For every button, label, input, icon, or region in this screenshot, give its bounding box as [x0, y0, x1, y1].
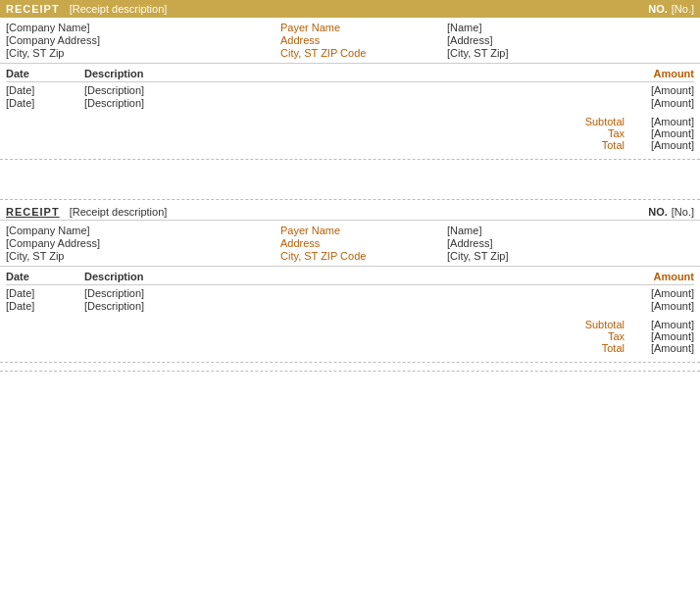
- receipt-1-header-amount: Amount: [625, 68, 694, 79]
- receipt-2-item1-desc: [Description]: [84, 287, 625, 299]
- receipt-2: RECEIPT [Receipt description] NO. [No.] …: [0, 199, 700, 363]
- receipt-2-item2-date: [Date]: [6, 300, 84, 312]
- receipt-2-header-amount: Amount: [625, 271, 694, 282]
- receipt-1-company-name: [Company Name]: [6, 22, 280, 33]
- receipt-2-no-label: NO.: [648, 206, 668, 218]
- receipt-2-header: RECEIPT [Receipt description] NO. [No.]: [0, 200, 700, 221]
- receipt-2-company-city: [City, ST Zip: [6, 250, 280, 262]
- receipt-1-header: RECEIPT [Receipt description] NO. [No.]: [0, 0, 700, 18]
- receipt-2-header-date: Date: [6, 271, 84, 282]
- receipt-1-company-payer-row: [Company Name] [Company Address] [City, …: [0, 18, 700, 64]
- receipt-2-company-address: [Company Address]: [6, 237, 280, 249]
- receipt-2-payer-address: Address: [280, 237, 447, 249]
- receipt-1-tax-value: [Amount]: [630, 127, 694, 139]
- receipt-2-item2-amount: [Amount]: [625, 300, 694, 312]
- receipt-1-recipient-name: [Name]: [447, 22, 694, 33]
- receipt-1-item1-amount: [Amount]: [625, 84, 694, 96]
- receipt-1-subtotal-label: Subtotal: [571, 116, 625, 127]
- receipt-1-company-address: [Company Address]: [6, 34, 280, 46]
- table-row: [Date] [Description] [Amount]: [6, 300, 694, 312]
- receipt-2-items-section: Date Description Amount [Date] [Descript…: [0, 267, 700, 317]
- receipt-1-title: RECEIPT: [6, 3, 60, 15]
- receipt-2-header-desc: Description: [84, 271, 625, 282]
- receipt-1-payer-name: Payer Name: [280, 22, 447, 33]
- receipt-1-item1-desc: [Description]: [84, 84, 625, 96]
- receipt-2-no-value: [No.]: [672, 206, 694, 218]
- receipt-1-items-section: Date Description Amount [Date] [Descript…: [0, 64, 700, 114]
- receipt-2-subtotal-row: Subtotal [Amount]: [571, 319, 694, 330]
- receipt-1-no-label: NO.: [648, 3, 668, 15]
- receipt-2-header-left: RECEIPT [Receipt description]: [6, 206, 167, 218]
- receipt-1-subtotal-value: [Amount]: [630, 116, 694, 127]
- receipt-2-item2-desc: [Description]: [84, 300, 625, 312]
- receipt-2-subtotal-value: [Amount]: [630, 319, 694, 330]
- receipt-1-recipient-address: [Address]: [447, 34, 694, 46]
- receipt-2-item1-date: [Date]: [6, 287, 84, 299]
- receipt-1-total-label: Total: [571, 139, 625, 151]
- bottom-divider: [0, 371, 700, 372]
- table-row: [Date] [Description] [Amount]: [6, 84, 694, 96]
- receipt-2-title: RECEIPT: [6, 206, 60, 218]
- receipt-1-item2-desc: [Description]: [84, 97, 625, 109]
- receipt-2-total-label: Total: [571, 342, 625, 354]
- receipt-2-recipient-city: [City, ST Zip]: [447, 250, 694, 262]
- receipt-1-no-section: NO. [No.]: [648, 3, 694, 15]
- receipt-1-recipient-col: [Name] [Address] [City, ST Zip]: [447, 22, 694, 59]
- receipt-1-header-desc: Description: [84, 68, 625, 79]
- receipt-1-header-date: Date: [6, 68, 84, 79]
- spacer: [0, 160, 700, 199]
- receipt-2-description: [Receipt description]: [70, 206, 168, 218]
- receipt-2-payer-name: Payer Name: [280, 225, 447, 236]
- table-row: [Date] [Description] [Amount]: [6, 97, 694, 109]
- receipt-1-tax-row: Tax [Amount]: [571, 127, 694, 139]
- receipt-2-tax-row: Tax [Amount]: [571, 330, 694, 342]
- receipt-2-no-section: NO. [No.]: [648, 206, 694, 218]
- receipt-2-items-header: Date Description Amount: [6, 271, 694, 285]
- receipt-1-payer-city: City, ST ZIP Code: [280, 47, 447, 59]
- receipt-1-payer-address: Address: [280, 34, 447, 46]
- receipt-1-subtotal-row: Subtotal [Amount]: [571, 116, 694, 127]
- receipt-2-company-col: [Company Name] [Company Address] [City, …: [6, 225, 280, 262]
- receipt-1-totals: Subtotal [Amount] Tax [Amount] Total [Am…: [0, 114, 700, 159]
- receipt-2-company-name: [Company Name]: [6, 225, 280, 236]
- receipt-1: RECEIPT [Receipt description] NO. [No.] …: [0, 0, 700, 160]
- receipt-2-tax-value: [Amount]: [630, 330, 694, 342]
- receipt-1-company-col: [Company Name] [Company Address] [City, …: [6, 22, 280, 59]
- receipt-1-payer-col: Payer Name Address City, ST ZIP Code: [280, 22, 447, 59]
- receipt-1-recipient-city: [City, ST Zip]: [447, 47, 694, 59]
- receipt-1-total-row: Total [Amount]: [571, 139, 694, 151]
- receipt-1-item2-amount: [Amount]: [625, 97, 694, 109]
- receipt-1-items-header: Date Description Amount: [6, 68, 694, 82]
- receipt-2-recipient-col: [Name] [Address] [City, ST Zip]: [447, 225, 694, 262]
- receipt-1-company-city: [City, ST Zip: [6, 47, 280, 59]
- receipt-2-payer-col: Payer Name Address City, ST ZIP Code: [280, 225, 447, 262]
- receipt-2-recipient-address: [Address]: [447, 237, 694, 249]
- receipt-2-totals: Subtotal [Amount] Tax [Amount] Total [Am…: [0, 317, 700, 362]
- receipt-2-recipient-name: [Name]: [447, 225, 694, 236]
- receipt-1-header-left: RECEIPT [Receipt description]: [6, 3, 167, 15]
- receipt-2-tax-label: Tax: [571, 330, 625, 342]
- receipt-2-item1-amount: [Amount]: [625, 287, 694, 299]
- receipt-1-tax-label: Tax: [571, 127, 625, 139]
- receipt-2-payer-city: City, ST ZIP Code: [280, 250, 447, 262]
- receipt-1-total-value: [Amount]: [630, 139, 694, 151]
- receipt-2-total-row: Total [Amount]: [571, 342, 694, 354]
- receipt-2-total-value: [Amount]: [630, 342, 694, 354]
- receipt-1-item2-date: [Date]: [6, 97, 84, 109]
- table-row: [Date] [Description] [Amount]: [6, 287, 694, 299]
- receipt-1-item1-date: [Date]: [6, 84, 84, 96]
- receipt-2-subtotal-label: Subtotal: [571, 319, 625, 330]
- receipt-2-company-payer-row: [Company Name] [Company Address] [City, …: [0, 221, 700, 267]
- receipt-1-description: [Receipt description]: [70, 3, 168, 15]
- receipt-1-no-value: [No.]: [672, 3, 694, 15]
